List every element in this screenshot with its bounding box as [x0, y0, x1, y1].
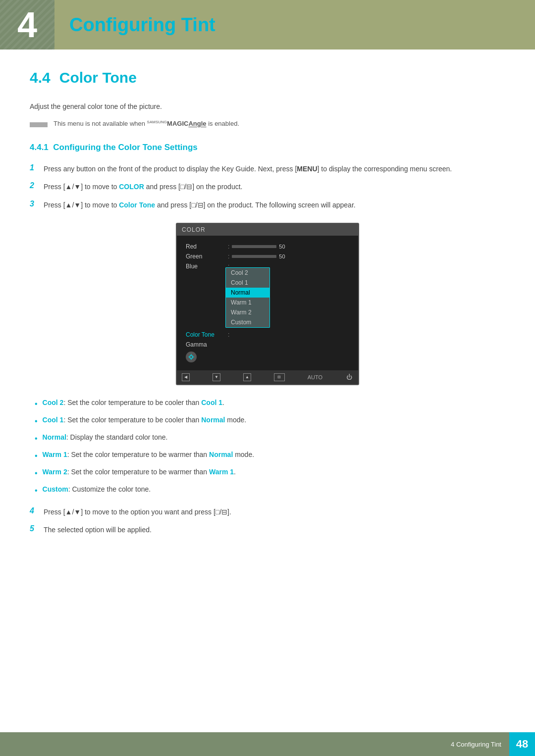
section-description: Adjust the general color tone of the pic…: [30, 101, 505, 112]
menu-value-red: 50: [232, 244, 285, 250]
footer-chapter-text: 4 Configuring Tint: [451, 741, 509, 748]
footer-auto-label: AUTO: [308, 374, 322, 380]
step-5: 5 The selected option will be applied.: [30, 524, 505, 535]
menu-value-green: 50: [232, 253, 285, 259]
dropdown-cool2: Cool 2: [226, 268, 269, 278]
step-text-5: The selected option will be applied.: [44, 524, 152, 535]
bullet-list: • Cool 2: Set the color temperature to b…: [35, 398, 505, 497]
footer-icon-down: ▼: [213, 373, 220, 381]
step-num-1: 1: [30, 163, 40, 172]
step-num-4: 4: [30, 506, 40, 515]
step-3: 3 Press [▲/▼] to move to Color Tone and …: [30, 200, 505, 210]
menu-row-colortone: Color Tone :: [182, 330, 353, 340]
dropdown-warm1: Warm 1: [226, 298, 269, 307]
dropdown-custom: Custom: [226, 317, 269, 327]
chapter-title: Configuring Tint: [69, 14, 215, 36]
footer-icon-left: ◀: [182, 373, 190, 381]
dropdown-warm2: Warm 2: [226, 307, 269, 317]
chapter-number-box: 4: [0, 0, 54, 50]
bullet-warm2: • Warm 2: Set the color temperature to b…: [35, 467, 505, 479]
footer-btn-enter: ⊟: [274, 373, 285, 381]
steps-list: 1 Press any button on the front of the p…: [30, 163, 505, 210]
screen-body: Red : 50 Green : 50: [177, 236, 358, 370]
main-content: 4.4Color Tone Adjust the general color t…: [0, 69, 535, 585]
footer-power-icon: ⏻: [345, 373, 353, 381]
dropdown-normal: Normal: [226, 288, 269, 298]
section-title: 4.4Color Tone: [30, 69, 505, 86]
svg-point-0: [190, 355, 193, 358]
monitor-container: COLOR Red : 50 Green : 50: [30, 223, 505, 385]
bullet-cool2: • Cool 2: Set the color temperature to b…: [35, 398, 505, 410]
menu-label-red: Red: [186, 243, 225, 250]
menu-label-gamma: Gamma: [186, 341, 225, 348]
chapter-number: 4: [17, 4, 37, 45]
section-number: 4.4: [30, 69, 51, 86]
step-num-5: 5: [30, 524, 40, 533]
dropdown-cool1: Cool 1: [226, 278, 269, 288]
menu-row-green: Green : 50: [182, 252, 353, 261]
note-icon: [30, 122, 48, 127]
bullet-custom: • Custom: Customize the color tone.: [35, 484, 505, 497]
footer-btn-up: ▲: [243, 373, 251, 381]
step-num-3: 3: [30, 200, 40, 208]
step-num-2: 2: [30, 181, 40, 190]
monitor-screen: COLOR Red : 50 Green : 50: [176, 223, 359, 385]
step-text-4: Press [▲/▼] to move to the option you wa…: [44, 506, 231, 517]
step-2: 2 Press [▲/▼] to move to COLOR and press…: [30, 181, 505, 192]
bullet-cool1: • Cool 1: Set the color temperature to b…: [35, 415, 505, 427]
note-text: This menu is not available when SAMSUNGM…: [54, 120, 239, 127]
footer-icon-enter: ⊟: [274, 373, 285, 381]
step-text-3: Press [▲/▼] to move to Color Tone and pr…: [44, 200, 356, 210]
color-tone-dropdown: Cool 2 Cool 1 Normal Warm 1 Warm 2 Custo…: [225, 267, 270, 328]
settings-icon: [186, 352, 197, 362]
subsection-title: 4.4.1 Configuring the Color Tone Setting…: [30, 143, 505, 152]
footer-btn-left: ◀: [182, 373, 190, 381]
footer-icon-up: ▲: [243, 373, 251, 381]
bullet-normal: • Normal: Display the standard color ton…: [35, 432, 505, 445]
step-4: 4 Press [▲/▼] to move to the option you …: [30, 506, 505, 517]
screen-footer: ◀ ▼ ▲ ⊟ AUTO ⏻: [177, 370, 358, 384]
step-text-1: Press any button on the front of the pro…: [44, 163, 452, 174]
footer-btn-down: ▼: [213, 373, 220, 381]
screen-header: COLOR: [177, 224, 358, 236]
note-box: This menu is not available when SAMSUNGM…: [30, 120, 505, 127]
page-footer: 4 Configuring Tint 48: [0, 732, 535, 756]
menu-row-red: Red : 50: [182, 242, 353, 252]
menu-label-blue: Blue: [186, 263, 225, 270]
menu-label-colortone: Color Tone: [186, 331, 225, 338]
bullet-warm1: • Warm 1: Set the color temperature to b…: [35, 450, 505, 462]
steps-bottom-list: 4 Press [▲/▼] to move to the option you …: [30, 506, 505, 536]
step-1: 1 Press any button on the front of the p…: [30, 163, 505, 174]
chapter-title-area: Configuring Tint: [54, 0, 535, 50]
page-number: 48: [509, 732, 535, 756]
step-text-2: Press [▲/▼] to move to COLOR and press […: [44, 181, 242, 192]
menu-label-green: Green: [186, 253, 225, 260]
chapter-header: 4 Configuring Tint: [0, 0, 535, 50]
menu-row-gamma: Gamma: [182, 340, 353, 350]
